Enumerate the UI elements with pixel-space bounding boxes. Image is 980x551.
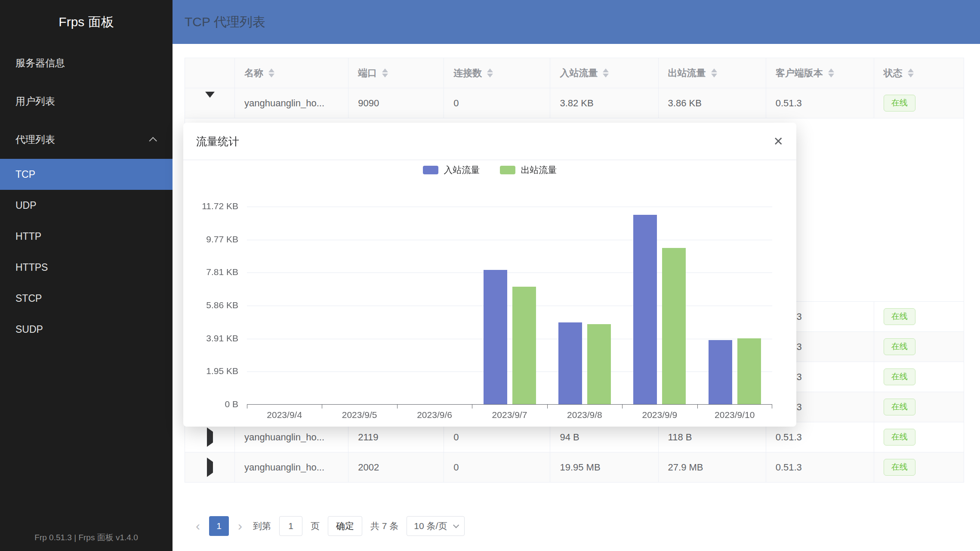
expand-toggle[interactable] bbox=[185, 88, 235, 118]
column-header-5[interactable]: 客户端版本 bbox=[766, 58, 874, 88]
sort-caret-icon bbox=[603, 68, 609, 77]
y-axis-label: 11.72 KB bbox=[187, 201, 238, 211]
column-header-2[interactable]: 连接数 bbox=[444, 58, 550, 88]
sidebar-subitem-label: HTTP bbox=[15, 231, 41, 242]
x-axis-line bbox=[247, 404, 772, 405]
sidebar-item-proxy-list[interactable]: 代理列表 bbox=[0, 121, 173, 159]
table-row: yanghuanglin_ho...2119094 B118 B0.51.3在线 bbox=[185, 422, 964, 452]
sort-caret-down-icon bbox=[828, 74, 834, 77]
sort-caret-icon bbox=[908, 68, 914, 77]
status-badge: 在线 bbox=[884, 95, 915, 111]
sort-caret-icon bbox=[487, 68, 493, 77]
sidebar-item-stcp[interactable]: STCP bbox=[0, 283, 173, 314]
cell-connections: 0 bbox=[444, 88, 550, 118]
table-row: yanghuanglin_ho...909003.82 KB3.86 KB0.5… bbox=[185, 88, 964, 118]
sort-caret-down-icon bbox=[382, 74, 388, 77]
confirm-button[interactable]: 确定 bbox=[328, 516, 362, 536]
prev-page-icon[interactable]: ‹ bbox=[193, 520, 203, 532]
gridline bbox=[247, 240, 772, 240]
sidebar-subitem-label: HTTPS bbox=[15, 262, 48, 273]
y-axis-label: 5.86 KB bbox=[187, 300, 238, 310]
table-row: yanghuanglin_ho...2002019.95 MB27.9 MB0.… bbox=[185, 452, 964, 483]
table-header-row: 名称端口连接数入站流量出站流量客户端版本状态 bbox=[185, 58, 964, 88]
column-header-0[interactable]: 名称 bbox=[235, 58, 348, 88]
cell-connections: 0 bbox=[444, 452, 550, 483]
sidebar-item-label: 代理列表 bbox=[15, 133, 55, 146]
sort-caret-up-icon bbox=[828, 68, 834, 72]
next-page-icon[interactable]: › bbox=[235, 520, 245, 532]
bar-outbound bbox=[737, 338, 761, 404]
x-axis-label: 2023/9/8 bbox=[547, 410, 622, 420]
column-header-1[interactable]: 端口 bbox=[348, 58, 444, 88]
column-header-3[interactable]: 入站流量 bbox=[550, 58, 658, 88]
legend-item-1[interactable]: 出站流量 bbox=[500, 164, 557, 176]
x-axis-label: 2023/9/10 bbox=[697, 410, 772, 420]
x-axis-label: 2023/9/6 bbox=[397, 410, 472, 420]
cell-status: 在线 bbox=[874, 392, 964, 422]
close-icon[interactable]: ✕ bbox=[774, 134, 783, 149]
cell-version: 0.51.3 bbox=[766, 88, 874, 118]
expand-toggle[interactable] bbox=[185, 422, 235, 452]
cell-connections: 0 bbox=[444, 422, 550, 452]
page-header: TCP 代理列表 bbox=[173, 0, 980, 44]
cell-version: 0.51.3 bbox=[766, 452, 874, 483]
sidebar-item-https[interactable]: HTTPS bbox=[0, 252, 173, 283]
chevron-down-icon bbox=[453, 522, 459, 528]
app-title: Frps 面板 bbox=[0, 0, 173, 44]
expand-toggle[interactable] bbox=[185, 452, 235, 483]
page-size-select[interactable]: 10 条/页 bbox=[407, 516, 465, 536]
gridline bbox=[247, 339, 772, 339]
sort-caret-down-icon bbox=[487, 74, 493, 77]
status-badge: 在线 bbox=[884, 338, 915, 355]
modal-title: 流量统计 bbox=[196, 134, 239, 149]
cell-outbound: 27.9 MB bbox=[658, 452, 766, 483]
y-axis-label: 9.77 KB bbox=[187, 234, 238, 245]
x-axis-tick bbox=[772, 405, 772, 409]
y-axis-label: 3.91 KB bbox=[187, 333, 238, 344]
page-1-button[interactable]: 1 bbox=[209, 516, 229, 536]
page-unit-label: 页 bbox=[311, 520, 320, 532]
sort-caret-down-icon bbox=[908, 74, 914, 77]
column-header-label: 状态 bbox=[884, 67, 903, 80]
modal-header: 流量统计 ✕ bbox=[183, 123, 796, 160]
cell-status: 在线 bbox=[874, 302, 964, 332]
sidebar-item-label: 服务器信息 bbox=[15, 56, 65, 70]
gridline bbox=[247, 207, 772, 207]
cell-inbound: 19.95 MB bbox=[550, 452, 658, 483]
x-axis-label: 2023/9/4 bbox=[247, 410, 322, 420]
column-header-4[interactable]: 出站流量 bbox=[658, 58, 766, 88]
cell-outbound: 118 B bbox=[658, 422, 766, 452]
x-axis-tick bbox=[622, 405, 623, 409]
sidebar-item-http[interactable]: HTTP bbox=[0, 221, 173, 252]
sidebar-item-tcp[interactable]: TCP bbox=[0, 159, 173, 190]
legend-item-0[interactable]: 入站流量 bbox=[423, 164, 480, 176]
sidebar-subitem-label: UDP bbox=[15, 200, 37, 211]
cell-version: 0.51.3 bbox=[766, 422, 874, 452]
goto-page-input[interactable] bbox=[279, 516, 302, 536]
page-size-value: 10 条/页 bbox=[414, 520, 447, 532]
legend-swatch-icon bbox=[500, 166, 515, 174]
cell-inbound: 94 B bbox=[550, 422, 658, 452]
cell-port: 9090 bbox=[348, 88, 444, 118]
gridline bbox=[247, 371, 772, 372]
x-axis-tick bbox=[397, 405, 398, 409]
sort-caret-down-icon bbox=[603, 74, 609, 77]
legend-label: 入站流量 bbox=[444, 164, 480, 176]
legend-swatch-icon bbox=[423, 166, 438, 174]
sort-caret-icon bbox=[828, 68, 834, 77]
gridline bbox=[247, 272, 772, 273]
sort-caret-up-icon bbox=[603, 68, 609, 72]
version-footer: Frp 0.51.3 | Frps 面板 v1.4.0 bbox=[0, 532, 173, 543]
column-header-label: 连接数 bbox=[453, 67, 482, 80]
sort-caret-up-icon bbox=[487, 68, 493, 72]
sidebar-item-udp[interactable]: UDP bbox=[0, 190, 173, 221]
column-header-expand bbox=[185, 58, 235, 88]
chart-legend: 入站流量出站流量 bbox=[183, 164, 796, 176]
sidebar-menu: 服务器信息用户列表代理列表TCPUDPHTTPHTTPSSTCPSUDP bbox=[0, 44, 173, 345]
column-header-6[interactable]: 状态 bbox=[874, 58, 964, 88]
sidebar-item-sudp[interactable]: SUDP bbox=[0, 314, 173, 345]
sidebar-item-server-info[interactable]: 服务器信息 bbox=[0, 44, 173, 82]
x-axis-tick bbox=[697, 405, 698, 409]
sidebar-item-user-list[interactable]: 用户列表 bbox=[0, 82, 173, 121]
cell-status: 在线 bbox=[874, 452, 964, 483]
